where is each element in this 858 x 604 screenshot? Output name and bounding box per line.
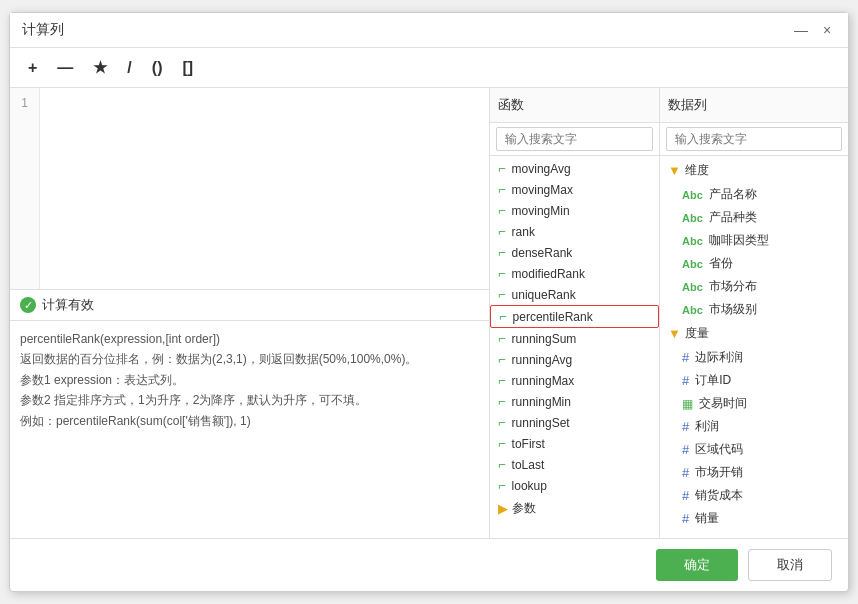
hash-icon: # <box>682 465 689 480</box>
section-measures[interactable]: ▼ 度量 <box>660 321 848 346</box>
func-icon: ⌐ <box>498 287 506 302</box>
hash-icon: # <box>682 419 689 434</box>
title-bar: 计算列 — × <box>10 13 848 48</box>
data-search-input[interactable] <box>666 127 842 151</box>
abc-icon: Abc <box>682 258 703 270</box>
func-item-modifiedRank[interactable]: ⌐ modifiedRank <box>490 263 659 284</box>
abc-icon: Abc <box>682 189 703 201</box>
hash-icon: # <box>682 511 689 526</box>
main-area: 1 ✓ 计算有效 percentileRank(expression,[int … <box>10 88 848 538</box>
divide-button[interactable]: / <box>121 57 137 79</box>
data-panel: 数据列 ▼ 维度 Abc 产品名称 Abc <box>660 88 848 538</box>
data-item-region-code[interactable]: # 区域代码 <box>660 438 848 461</box>
func-item-runningMin[interactable]: ⌐ runningMin <box>490 391 659 412</box>
bracket-button[interactable]: [] <box>176 57 199 79</box>
func-icon: ⌐ <box>499 309 507 324</box>
calendar-icon: ▦ <box>682 397 693 411</box>
data-item-market-expense[interactable]: # 市场开销 <box>660 461 848 484</box>
code-editor-wrapper: 1 <box>10 88 489 290</box>
func-item-toLast[interactable]: ⌐ toLast <box>490 454 659 475</box>
folder-open-icon-2: ▼ <box>668 326 681 341</box>
code-area[interactable] <box>40 88 489 289</box>
func-icon: ⌐ <box>498 224 506 239</box>
abc-icon: Abc <box>682 212 703 224</box>
func-icon: ⌐ <box>498 203 506 218</box>
func-item-runningSet[interactable]: ⌐ runningSet <box>490 412 659 433</box>
plus-button[interactable]: + <box>22 57 43 79</box>
dialog-title: 计算列 <box>22 21 64 39</box>
func-icon: ⌐ <box>498 161 506 176</box>
section-dimensions-label: 维度 <box>685 162 709 179</box>
func-item-movingMax[interactable]: ⌐ movingMax <box>490 179 659 200</box>
func-list: ⌐ movingAvg ⌐ movingMax ⌐ movingMin ⌐ ra… <box>490 156 659 538</box>
editor-panel: 1 ✓ 计算有效 percentileRank(expression,[int … <box>10 88 490 538</box>
cancel-button[interactable]: 取消 <box>748 549 832 581</box>
minimize-button[interactable]: — <box>792 21 810 39</box>
section-dimensions[interactable]: ▼ 维度 <box>660 158 848 183</box>
func-item-lookup[interactable]: ⌐ lookup <box>490 475 659 496</box>
hash-icon: # <box>682 373 689 388</box>
data-item-market-dist[interactable]: Abc 市场分布 <box>660 275 848 298</box>
func-icon: ⌐ <box>498 457 506 472</box>
data-item-sales-qty[interactable]: # 销量 <box>660 507 848 530</box>
func-icon: ⌐ <box>498 331 506 346</box>
minus-button[interactable]: — <box>51 57 79 79</box>
func-icon: ⌐ <box>498 436 506 451</box>
data-item-product-name[interactable]: Abc 产品名称 <box>660 183 848 206</box>
func-icon: ⌐ <box>498 266 506 281</box>
data-item-market-level[interactable]: Abc 市场级别 <box>660 298 848 321</box>
data-item-margin[interactable]: # 边际利润 <box>660 346 848 369</box>
func-item-movingMin[interactable]: ⌐ movingMin <box>490 200 659 221</box>
dialog: 计算列 — × + — ★ / () [] 1 ✓ <box>9 12 849 592</box>
func-icon: ⌐ <box>498 352 506 367</box>
data-item-profit[interactable]: # 利润 <box>660 415 848 438</box>
data-item-cogs[interactable]: # 销货成本 <box>660 484 848 507</box>
abc-icon: Abc <box>682 235 703 247</box>
data-item-caffeine-type[interactable]: Abc 咖啡因类型 <box>660 229 848 252</box>
func-item-movingAvg[interactable]: ⌐ movingAvg <box>490 158 659 179</box>
hint-panel: percentileRank(expression,[int order]) 返… <box>10 321 489 538</box>
status-icon: ✓ <box>20 297 36 313</box>
func-icon: ⌐ <box>498 394 506 409</box>
footer: 确定 取消 <box>10 538 848 591</box>
func-item-rank[interactable]: ⌐ rank <box>490 221 659 242</box>
abc-icon: Abc <box>682 304 703 316</box>
func-item-runningMax[interactable]: ⌐ runningMax <box>490 370 659 391</box>
confirm-button[interactable]: 确定 <box>656 549 738 581</box>
multiply-button[interactable]: ★ <box>87 56 113 79</box>
line-numbers: 1 <box>10 88 40 289</box>
func-section-params-label: 参数 <box>512 500 536 517</box>
right-panels: 函数 ⌐ movingAvg ⌐ movingMax ⌐ <box>490 88 848 538</box>
func-icon: ⌐ <box>498 373 506 388</box>
func-item-runningSum[interactable]: ⌐ runningSum <box>490 328 659 349</box>
data-panel-header: 数据列 <box>660 88 848 123</box>
folder-open-icon: ▼ <box>668 163 681 178</box>
func-panel: 函数 ⌐ movingAvg ⌐ movingMax ⌐ <box>490 88 660 538</box>
data-item-product-type[interactable]: Abc 产品种类 <box>660 206 848 229</box>
window-controls: — × <box>792 21 836 39</box>
hint-text: percentileRank(expression,[int order]) 返… <box>20 332 417 428</box>
paren-button[interactable]: () <box>146 57 169 79</box>
func-icon: ⌐ <box>498 478 506 493</box>
status-text: 计算有效 <box>42 296 94 314</box>
close-button[interactable]: × <box>818 21 836 39</box>
func-panel-header: 函数 <box>490 88 659 123</box>
func-item-percentileRank[interactable]: ⌐ percentileRank <box>490 305 659 328</box>
func-item-runningAvg[interactable]: ⌐ runningAvg <box>490 349 659 370</box>
func-section-params[interactable]: ▶ 参数 <box>490 496 659 521</box>
abc-icon: Abc <box>682 281 703 293</box>
hash-icon: # <box>682 442 689 457</box>
func-search-input[interactable] <box>496 127 653 151</box>
data-item-order-id[interactable]: # 订单ID <box>660 369 848 392</box>
data-item-province[interactable]: Abc 省份 <box>660 252 848 275</box>
func-icon: ⌐ <box>498 182 506 197</box>
func-item-uniqueRank[interactable]: ⌐ uniqueRank <box>490 284 659 305</box>
hash-icon: # <box>682 350 689 365</box>
folder-icon: ▶ <box>498 501 508 516</box>
func-item-toFirst[interactable]: ⌐ toFirst <box>490 433 659 454</box>
data-list: ▼ 维度 Abc 产品名称 Abc 产品种类 Abc 咖啡因类型 <box>660 156 848 538</box>
data-item-trade-time[interactable]: ▦ 交易时间 <box>660 392 848 415</box>
hash-icon: # <box>682 488 689 503</box>
status-bar: ✓ 计算有效 <box>10 290 489 321</box>
func-item-denseRank[interactable]: ⌐ denseRank <box>490 242 659 263</box>
